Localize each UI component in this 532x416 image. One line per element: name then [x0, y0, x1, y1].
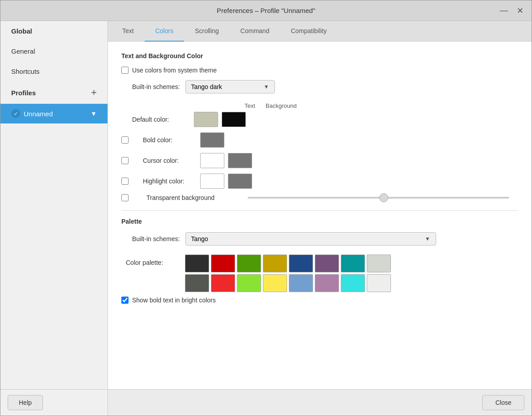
tab-colors[interactable]: Colors — [145, 21, 184, 42]
main-panel: Text Colors Scrolling Command Compatibil… — [108, 21, 532, 416]
palette-swatch-0[interactable] — [185, 255, 209, 272]
palette-swatch-6[interactable] — [341, 255, 365, 272]
transparent-bg-label: Transparent background — [146, 194, 240, 201]
sidebar-profile-unnamed[interactable]: ✓ Unnamed ▼ — [0, 104, 107, 123]
palette-scheme-dropdown[interactable]: Tango ▼ — [185, 232, 436, 246]
sidebar-footer: Help — [0, 389, 107, 416]
tab-compatibility[interactable]: Compatibility — [280, 21, 337, 42]
palette-scheme-row: Built-in schemes: Tango ▼ — [121, 232, 518, 246]
show-bold-bright-checkbox[interactable] — [121, 297, 129, 304]
sidebar-item-general[interactable]: General — [0, 41, 107, 61]
preferences-window: Preferences – Profile "Unnamed" — ✕ Glob… — [0, 0, 532, 416]
use-system-theme-row: Use colors from system theme — [121, 67, 518, 74]
use-system-theme-checkbox[interactable] — [121, 67, 129, 74]
built-in-schemes-row: Built-in schemes: Tango dark ▼ — [121, 80, 518, 93]
titlebar: Preferences – Profile "Unnamed" — ✕ — [0, 0, 532, 21]
highlight-color-checkbox[interactable] — [121, 178, 129, 185]
built-in-schemes-label: Built-in schemes: — [132, 83, 180, 90]
palette-colors-row: Color palette: — [121, 255, 518, 292]
tab-command[interactable]: Command — [230, 21, 280, 42]
palette-dropdown-arrow-icon: ▼ — [425, 236, 430, 242]
profile-arrow-icon: ▼ — [90, 110, 97, 117]
help-button[interactable]: Help — [8, 395, 43, 410]
main-bottom-bar: Close — [108, 389, 532, 416]
palette-swatch-11[interactable] — [263, 274, 287, 292]
highlight-color-label: Highlight color: — [143, 178, 197, 185]
section-divider — [121, 210, 518, 211]
sidebar-profiles-label: Profiles — [11, 89, 36, 97]
minimize-button[interactable]: — — [498, 4, 510, 17]
palette-swatch-2[interactable] — [237, 255, 261, 272]
tab-text[interactable]: Text — [112, 21, 145, 42]
window-title: Preferences – Profile "Unnamed" — [217, 7, 315, 14]
close-button-bottom[interactable]: Close — [482, 395, 524, 410]
transparent-bg-row: Transparent background — [121, 194, 518, 201]
col-header-background: Background — [266, 102, 290, 109]
cursor-color-label: Cursor color: — [143, 157, 197, 164]
default-text-swatch[interactable] — [194, 112, 218, 127]
color-column-headers: Text Background — [238, 102, 518, 109]
palette-swatch-12[interactable] — [289, 274, 313, 292]
use-system-theme-label: Use colors from system theme — [132, 67, 217, 74]
palette-swatch-10[interactable] — [237, 274, 261, 292]
built-in-schemes-value: Tango dark — [191, 83, 222, 90]
palette-label: Color palette: — [126, 255, 175, 266]
show-bold-bright-row: Show bold text in bright colors — [121, 297, 518, 304]
cursor-bg-swatch[interactable] — [228, 153, 252, 168]
default-color-label: Default color: — [132, 116, 190, 123]
add-profile-button[interactable]: + — [91, 88, 97, 98]
palette-row2 — [185, 274, 391, 292]
col-header-text: Text — [238, 102, 262, 109]
palette-scheme-value: Tango — [191, 235, 208, 242]
built-in-schemes-dropdown[interactable]: Tango dark ▼ — [185, 80, 275, 93]
dropdown-arrow-icon: ▼ — [264, 84, 269, 90]
default-color-row: Default color: — [121, 112, 518, 127]
sidebar-item-shortcuts[interactable]: Shortcuts — [0, 61, 107, 81]
sidebar-item-global[interactable]: Global — [0, 21, 107, 41]
bold-color-label: Bold color: — [143, 136, 197, 144]
palette-swatch-4[interactable] — [289, 255, 313, 272]
transparency-slider-track[interactable] — [248, 197, 509, 199]
highlight-text-swatch[interactable] — [200, 174, 224, 189]
palette-swatch-1[interactable] — [211, 255, 235, 272]
palette-section-title: Palette — [121, 218, 518, 225]
palette-swatch-13[interactable] — [315, 274, 339, 292]
bold-color-checkbox[interactable] — [121, 136, 129, 144]
sidebar-profiles-header: Profiles + — [0, 81, 107, 104]
palette-scheme-label: Built-in schemes: — [132, 235, 180, 242]
sidebar: Global General Shortcuts Profiles + ✓ Un… — [0, 21, 108, 416]
bold-color-swatch[interactable] — [200, 132, 224, 148]
transparent-bg-checkbox[interactable] — [121, 194, 129, 201]
tab-scrolling[interactable]: Scrolling — [184, 21, 230, 42]
highlight-bg-swatch[interactable] — [228, 174, 252, 189]
tabs-bar: Text Colors Scrolling Command Compatibil… — [108, 21, 532, 42]
text-bg-section-title: Text and Background Color — [121, 52, 518, 59]
profile-name: Unnamed — [24, 110, 53, 118]
palette-grids — [180, 255, 391, 292]
cursor-color-checkbox[interactable] — [121, 157, 129, 164]
colors-panel: Text and Background Color Use colors fro… — [108, 42, 532, 389]
palette-swatch-3[interactable] — [263, 255, 287, 272]
bold-color-row: Bold color: — [121, 132, 518, 148]
palette-swatch-15[interactable] — [367, 274, 391, 292]
palette-row1 — [185, 255, 391, 272]
default-bg-swatch[interactable] — [222, 112, 246, 127]
palette-swatch-5[interactable] — [315, 255, 339, 272]
content-area: Global General Shortcuts Profiles + ✓ Un… — [0, 21, 532, 416]
palette-swatch-8[interactable] — [185, 274, 209, 292]
titlebar-controls: — ✕ — [498, 4, 526, 17]
palette-swatch-7[interactable] — [367, 255, 391, 272]
palette-swatch-14[interactable] — [341, 274, 365, 292]
cursor-text-swatch[interactable] — [200, 153, 224, 168]
close-button[interactable]: ✕ — [514, 4, 526, 17]
profile-check-icon: ✓ — [11, 109, 20, 118]
highlight-color-row: Highlight color: — [121, 174, 518, 189]
transparency-slider-thumb[interactable] — [379, 193, 388, 202]
cursor-color-row: Cursor color: — [121, 153, 518, 168]
palette-swatch-9[interactable] — [211, 274, 235, 292]
profile-item-left: ✓ Unnamed — [11, 109, 53, 118]
show-bold-bright-label: Show bold text in bright colors — [132, 297, 216, 304]
